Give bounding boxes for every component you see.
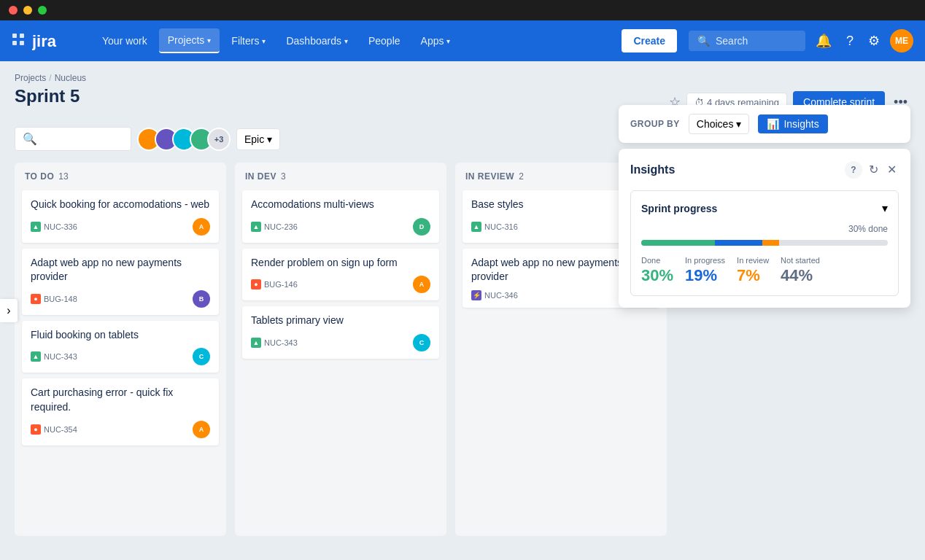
progress-stats: Done 30% In progress 19% In review 7% No… [641,256,888,285]
breadcrumb-nucleus[interactable]: Nucleus [55,73,86,83]
settings-icon[interactable]: ⚙ [864,28,884,53]
col-header-todo: TO DO 13 [22,170,219,183]
insights-overlay: GROUP BY Choices ▾ 📊 Insights Insights ?… [619,61,910,308]
card-num: BUG-148 [44,295,77,303]
create-button[interactable]: Create [622,29,677,52]
avatar-count[interactable]: +3 [207,128,231,151]
card-nuc-236[interactable]: Accomodations multi-views ▲ NUC-236 D [242,190,439,243]
card-num: NUC-336 [44,222,77,231]
sidebar-toggle[interactable]: › [0,299,18,322]
board-search-input[interactable] [42,133,115,145]
card-meta: ▲ NUC-336 A [31,218,210,236]
card-avatar: B [193,290,210,308]
nav-people[interactable]: People [360,29,409,52]
notifications-icon[interactable]: 🔔 [811,28,836,53]
card-avatar: A [193,218,210,236]
insights-button[interactable]: 📊 Insights [758,114,827,133]
card-title: Fluid booking on tablets [31,328,210,343]
card-id-row: ▲ NUC-336 [31,222,77,232]
progress-in-progress-bar [715,240,762,246]
help-icon[interactable]: ? [842,29,858,53]
epic-label: Epic [244,133,264,145]
card-nuc-336[interactable]: Quick booking for accomodations - web ▲ … [22,190,219,243]
insights-label: Insights [783,118,818,130]
search-icon: 🔍 [697,35,710,47]
card-nuc-354[interactable]: Cart purchasing error - quick fix requir… [22,378,219,445]
insights-help-button[interactable]: ? [845,161,862,179]
card-title: Accomodations multi-views [251,198,430,212]
issue-type-story: ▲ [251,338,261,348]
sprint-progress-title: Sprint progress [641,203,717,214]
issue-type-story: ▲ [31,351,41,362]
card-num: NUC-316 [484,222,518,231]
sprint-progress-chevron[interactable]: ▾ [882,201,888,215]
issue-type-story: ▲ [31,222,41,232]
insights-panel-title: Insights [630,163,675,176]
col-count-indev: 3 [281,171,286,182]
nav-your-work[interactable]: Your work [93,29,156,52]
card-num: NUC-346 [484,291,518,300]
filters-chevron: ▾ [262,37,266,45]
board-search[interactable]: 🔍 [15,127,131,151]
stat-notstarted-value: 44% [781,266,820,285]
card-id-row: ▲ NUC-236 [251,222,298,232]
stat-in-progress: In progress 19% [685,256,725,285]
sprint-progress-header: Sprint progress ▾ [641,201,888,215]
issue-type-bug: ● [31,294,41,304]
card-meta: ● BUG-148 B [31,290,210,308]
svg-rect-0 [12,34,17,38]
insights-close-button[interactable]: ✕ [885,160,899,179]
choices-chevron: ▾ [736,118,741,130]
card-avatar: C [193,348,210,365]
card-id-row: ▲ NUC-343 [31,351,77,362]
user-avatar[interactable]: ME [890,29,913,52]
col-title-todo: TO DO [25,171,54,182]
col-title-indev: IN DEV [245,171,276,182]
col-count-todo: 13 [58,171,68,182]
column-todo: TO DO 13 Quick booking for accomodations… [15,163,226,536]
svg-rect-2 [12,41,17,45]
page-title: Sprint 5 [15,86,80,106]
choices-button[interactable]: Choices ▾ [689,114,750,134]
group-by-label: GROUP BY [630,119,680,129]
card-bug-148[interactable]: Adapt web app no new payments provider ●… [22,249,219,315]
card-title: Render problem on sign up form [251,256,430,271]
card-nuc-343-tablets[interactable]: Tablets primary view ▲ NUC-343 C [242,306,439,359]
insights-refresh-button[interactable]: ↻ [867,160,881,179]
main-layout: › Projects / Nucleus Sprint 5 ☆ ⏱ 4 days… [0,61,925,560]
card-title: Cart purchasing error - quick fix requir… [31,386,210,414]
maximize-dot[interactable] [38,6,47,15]
card-num: BUG-146 [264,280,298,289]
nav-right: 🔍 Search 🔔 ? ⚙ ME [689,28,913,53]
card-bug-146[interactable]: Render problem on sign up form ● BUG-146… [242,249,439,301]
progress-done-bar [641,240,715,246]
nav-filters[interactable]: Filters ▾ [222,29,274,52]
nav-apps[interactable]: Apps ▾ [412,29,460,52]
card-id-row: ▲ NUC-343 [251,338,298,348]
nav-projects[interactable]: Projects ▾ [159,28,220,53]
titlebar [0,0,925,20]
jira-logo[interactable]: jira [32,31,76,51]
grid-icon[interactable] [12,33,25,50]
card-id-row: ● BUG-146 [251,279,298,289]
close-dot[interactable] [9,6,18,15]
stat-done-label: Done [641,256,673,265]
navbar: jira Your work Projects ▾ Filters ▾ Dash… [0,20,925,61]
group-by-panel: GROUP BY Choices ▾ 📊 Insights [619,105,910,143]
breadcrumb-projects[interactable]: Projects [15,73,46,83]
issue-type-bug: ● [251,279,261,289]
epic-filter-button[interactable]: Epic ▾ [236,128,280,150]
issue-type-epic: ⚡ [471,290,481,300]
card-title: Adapt web app no new payments provider [31,256,210,284]
card-id-row: ● NUC-354 [31,424,77,435]
search-button[interactable]: 🔍 Search [689,31,805,51]
card-num: NUC-236 [264,222,298,231]
issue-type-bug: ● [31,424,41,435]
insights-panel-actions: ? ↻ ✕ [845,160,899,179]
nav-dashboards[interactable]: Dashboards ▾ [277,29,357,52]
minimize-dot[interactable] [23,6,32,15]
card-id-row: ▲ NUC-316 [471,222,518,232]
card-nuc-343-fluid[interactable]: Fluid booking on tablets ▲ NUC-343 C [22,321,219,373]
card-avatar: D [413,218,430,236]
progress-bar [641,240,888,246]
